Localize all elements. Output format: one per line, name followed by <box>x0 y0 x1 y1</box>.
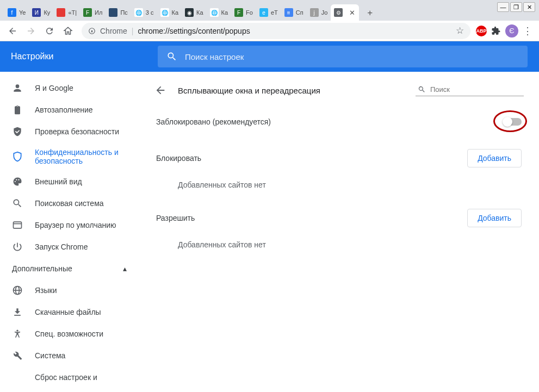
sidebar-item[interactable]: Сброс настроек и <box>0 366 139 388</box>
browser-tab[interactable]: jJo <box>307 4 331 21</box>
profile-avatar[interactable]: Є <box>505 24 518 38</box>
allow-empty-text: Добавленных сайтов нет <box>154 233 524 257</box>
tab-label: Сп <box>296 9 303 16</box>
tab-favicon: ◉ <box>185 8 194 17</box>
blocked-toggle[interactable] <box>503 118 522 126</box>
browser-tab[interactable]: eeT <box>256 4 281 21</box>
content-search-input[interactable] <box>430 85 522 94</box>
tab-label: Ил <box>95 9 102 16</box>
tab-favicon <box>57 8 65 17</box>
tab-favicon <box>109 8 117 17</box>
tab-favicon: 🌐 <box>160 8 169 17</box>
window-maximize[interactable]: ❐ <box>510 2 522 12</box>
address-sep: | <box>132 27 134 35</box>
back-arrow[interactable] <box>154 84 167 97</box>
sidebar-item[interactable]: Проверка безопасности <box>0 121 139 142</box>
search-icon <box>418 85 426 94</box>
settings-main: Я и GoogleАвтозаполнениеПроверка безопас… <box>0 72 539 392</box>
window-minimize[interactable]: — <box>497 2 509 12</box>
sidebar-item[interactable]: Скачанные файлы <box>0 301 139 323</box>
browser-tab[interactable]: 🌐Ка <box>207 4 232 21</box>
tab-label: Ку <box>44 9 50 16</box>
nav-reload[interactable] <box>41 23 58 39</box>
extensions-icon[interactable] <box>489 24 503 38</box>
sidebar-item[interactable]: Спец. возможности <box>0 323 139 345</box>
tab-label: Ка <box>196 9 203 16</box>
browser-tab[interactable]: 🌐3 с <box>131 4 157 21</box>
tab-favicon: 🌐 <box>210 8 219 17</box>
sidebar-item-label: Система <box>35 351 65 360</box>
browser-tab[interactable]: FИл <box>80 4 106 21</box>
sidebar-item[interactable]: Автозаполнение <box>0 99 139 121</box>
new-tab-button[interactable]: + <box>362 5 377 21</box>
accessibility-icon <box>12 328 23 339</box>
window-controls: — ❐ ✕ <box>497 2 535 12</box>
browser-tab[interactable]: FFo <box>231 4 256 21</box>
add-allow-button[interactable]: Добавить <box>467 209 522 227</box>
sidebar-item[interactable]: Конфиденциальность и безопасность <box>0 142 139 171</box>
page-title: Всплывающие окна и переадресация <box>178 86 405 95</box>
nav-back[interactable] <box>4 23 21 39</box>
tab-label: «Т| <box>68 9 77 16</box>
sidebar-item[interactable]: Система <box>0 345 139 366</box>
search-icon <box>166 51 177 62</box>
browser-tab[interactable]: ≡Сп <box>281 4 307 21</box>
nav-forward <box>23 23 39 39</box>
star-icon[interactable]: ☆ <box>456 25 464 36</box>
search-icon <box>12 198 23 209</box>
browser-tab[interactable]: fYe <box>4 4 29 21</box>
address-scheme: Chrome <box>100 27 127 35</box>
browser-tab[interactable]: 🌐Ка <box>157 4 182 21</box>
download-icon <box>12 307 23 318</box>
sidebar-item-label: Запуск Chrome <box>35 242 88 251</box>
allow-section-label: Разрешить <box>156 214 195 222</box>
block-section-header: Блокировать Добавить <box>154 137 524 173</box>
browser-tab[interactable]: Пс <box>106 4 131 21</box>
tab-label: Пс <box>120 9 127 16</box>
tab-favicon: j <box>310 8 319 17</box>
tab-label: eT <box>271 9 278 16</box>
sidebar-item-label: Конфиденциальность и безопасность <box>35 148 127 165</box>
settings-search[interactable] <box>158 46 528 67</box>
svg-point-3 <box>16 179 17 181</box>
person-icon <box>12 83 23 94</box>
sidebar-item[interactable]: Языки <box>0 279 139 301</box>
browser-tab[interactable]: ИКу <box>29 4 53 21</box>
abp-extension-icon[interactable]: ABP <box>476 26 487 36</box>
settings-search-input[interactable] <box>185 52 519 61</box>
address-bar[interactable]: Chrome | chrome://settings/content/popup… <box>82 23 470 39</box>
tab-favicon: ≡ <box>284 8 293 17</box>
tab-label: Ка <box>221 9 228 16</box>
globe-icon <box>12 285 23 296</box>
sidebar-item[interactable]: Запуск Chrome <box>0 236 139 258</box>
blocked-label: Заблокировано (рекомендуется) <box>156 117 271 126</box>
sidebar-item[interactable]: Я и Google <box>0 77 139 99</box>
browser-tab[interactable]: ⚙✕ <box>331 4 359 21</box>
sidebar-section-advanced[interactable]: Дополнительные▴ <box>0 258 139 279</box>
chevron-up-icon: ▴ <box>123 264 127 273</box>
svg-point-2 <box>15 181 16 182</box>
browser-tab[interactable]: ◉Ка <box>182 4 207 21</box>
tab-label: Ка <box>172 9 179 16</box>
section-label: Дополнительные <box>12 264 72 273</box>
window-close[interactable]: ✕ <box>523 2 535 12</box>
nav-home[interactable] <box>60 23 76 39</box>
tab-label: 3 с <box>146 9 154 16</box>
sidebar-item-label: Браузер по умолчанию <box>35 221 116 229</box>
sidebar-item[interactable]: Внешний вид <box>0 171 139 192</box>
add-block-button[interactable]: Добавить <box>467 149 522 167</box>
tab-close-icon[interactable]: ✕ <box>348 9 356 16</box>
svg-rect-5 <box>14 222 22 228</box>
browser-tab[interactable]: «Т| <box>53 4 80 21</box>
sidebar-item[interactable]: Браузер по умолчанию <box>0 214 139 236</box>
content-search[interactable] <box>416 84 524 96</box>
sidebar-item-label: Поисковая система <box>35 199 104 208</box>
menu-icon[interactable]: ⋮ <box>521 24 535 38</box>
tab-favicon: f <box>8 8 16 17</box>
lock-icon <box>88 27 96 35</box>
sidebar-item[interactable]: Поисковая система <box>0 192 139 214</box>
svg-point-10 <box>16 330 18 332</box>
svg-point-4 <box>18 179 19 181</box>
window-icon <box>12 220 23 231</box>
tab-favicon: 🌐 <box>134 8 143 17</box>
